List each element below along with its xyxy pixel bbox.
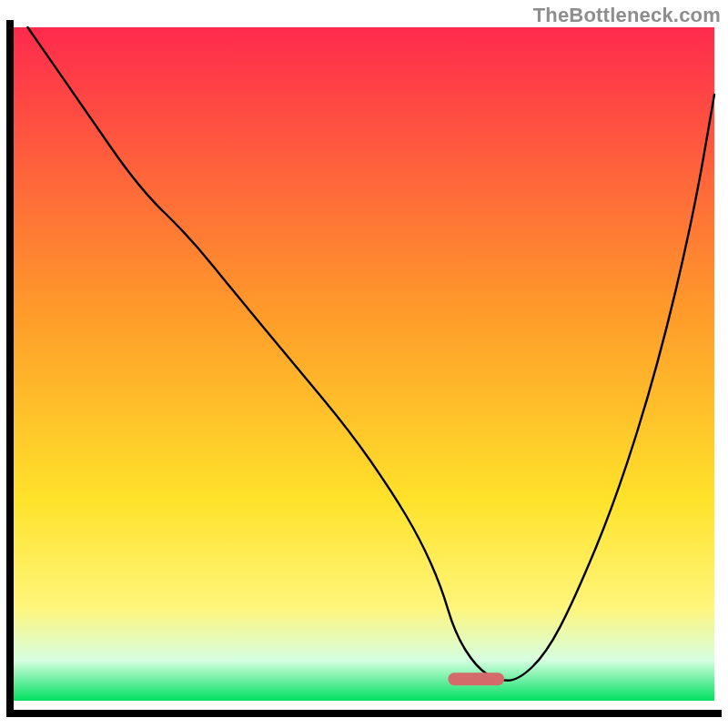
plot-background [14, 27, 714, 701]
svg-rect-0 [6, 20, 14, 717]
bottleneck-chart [0, 0, 728, 728]
svg-rect-1 [6, 710, 722, 717]
watermark-text: TheBottleneck.com [533, 4, 721, 27]
chart-container: TheBottleneck.com [0, 0, 728, 728]
optimal-marker [448, 672, 504, 685]
